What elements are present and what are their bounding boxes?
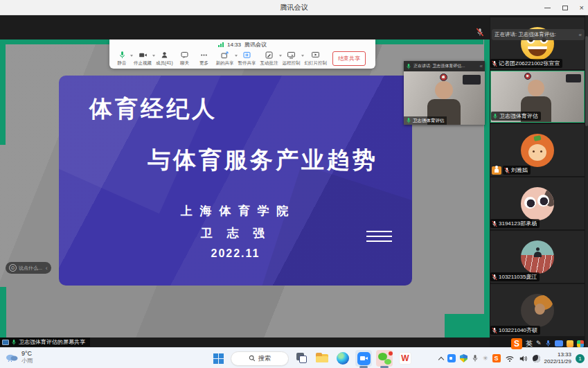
annotate-button[interactable]: 互动批注 xyxy=(259,51,280,67)
participant-label: 卫志强体育评估 xyxy=(491,112,541,121)
skin-palette-icon[interactable] xyxy=(567,340,573,347)
person-head xyxy=(528,80,544,96)
collapse-arrows-icon[interactable]: « xyxy=(579,32,582,38)
new-share-button[interactable]: 新的共享 xyxy=(215,51,235,67)
slide-author: 卫 志 强 xyxy=(59,225,412,241)
slide-lines-decor xyxy=(366,231,392,245)
security-shield-icon[interactable] xyxy=(460,354,467,362)
tray-ime-icon[interactable]: ✳ xyxy=(483,356,488,362)
pause-icon xyxy=(242,51,251,60)
slide-control-button[interactable]: 幻灯片控制 xyxy=(303,51,329,67)
sogou-logo-icon[interactable]: S xyxy=(511,338,522,349)
slideshow-icon xyxy=(311,51,320,60)
end-share-button[interactable]: 结束共享 xyxy=(332,51,366,66)
chat-placeholder[interactable]: 说点什么... xyxy=(19,265,42,272)
participant-tile-active-speaker[interactable]: 卫志强体育评估 xyxy=(490,71,585,123)
restore-icon[interactable] xyxy=(562,6,568,10)
edge-browser-button[interactable] xyxy=(335,350,351,367)
participant-label: 103211035庞江 xyxy=(490,272,540,281)
speaker-video-feed: 卫志强体育评估 xyxy=(404,71,485,125)
person-head xyxy=(435,81,453,99)
participant-tile[interactable]: 记者团Z06221002张宣宣 xyxy=(490,17,585,69)
weather-widget[interactable]: 9°C 小雨 xyxy=(5,350,33,364)
ime-mode-indicator[interactable]: 英 xyxy=(526,339,533,349)
task-view-button[interactable] xyxy=(293,350,310,367)
new-share-label: 新的共享 xyxy=(216,60,234,67)
tencent-meeting-icon xyxy=(357,352,371,365)
voice-input-icon[interactable] xyxy=(545,340,551,347)
participant-name: 3194123邵承杨 xyxy=(499,220,537,227)
wechat-icon xyxy=(378,353,391,365)
volume-icon[interactable] xyxy=(519,355,528,362)
wechat-button[interactable] xyxy=(376,350,393,367)
taskbar-search[interactable]: 搜索 xyxy=(231,351,289,366)
members-button[interactable]: 成员(41) xyxy=(154,51,175,67)
chat-button[interactable]: 聊天 xyxy=(176,51,194,67)
mic-active-icon xyxy=(492,113,498,120)
night-mode-icon[interactable] xyxy=(533,355,540,362)
slide-title-line1: 体育经纪人 xyxy=(89,94,217,125)
participant-tile[interactable]: 103211035庞江 xyxy=(490,231,585,283)
slide-title-line2: 与体育服务产业趋势 xyxy=(148,145,378,176)
remote-control-label: 远程控制 xyxy=(283,60,301,67)
remote-control-button[interactable]: 远程控制 xyxy=(281,51,302,67)
close-icon[interactable]: × xyxy=(580,4,584,12)
sidebar-scrollbar[interactable] xyxy=(585,15,588,347)
meeting-statusbar: 14:33 腾讯会议 xyxy=(109,40,375,49)
floating-speaker-video[interactable]: 正在讲话: 卫志强体育评估... « 卫志强体育评估 xyxy=(404,61,485,125)
mic-active-icon xyxy=(406,117,411,124)
tray-expand-icon[interactable] xyxy=(438,356,444,362)
handwriting-icon[interactable]: ✎ xyxy=(536,340,542,347)
screen: 腾讯会议 × xyxy=(0,0,588,368)
participant-tile[interactable]: 3194123邵承杨 xyxy=(490,177,585,229)
quick-chat-pill[interactable]: ☺ 说点什么... ‹ xyxy=(6,262,51,274)
collapse-left-icon[interactable]: ‹ xyxy=(46,265,48,272)
presentation-slide: 体育经纪人 与体育服务产业趋势 上 海 体 育 学 院 卫 志 强 2022.1… xyxy=(59,76,412,286)
slide-date: 2022.11 xyxy=(59,247,412,260)
edge-icon xyxy=(337,352,349,365)
mute-button[interactable]: 静音 xyxy=(113,51,131,67)
search-icon xyxy=(249,355,256,362)
hand-raised-badge xyxy=(492,166,501,175)
keyboard-icon[interactable] xyxy=(555,340,563,347)
participant-label: 刘雅嫣 xyxy=(503,166,531,175)
slide-control-label: 幻灯片控制 xyxy=(305,60,328,67)
pause-share-label: 暂停共享 xyxy=(238,60,256,67)
pen-annotate-icon xyxy=(265,51,274,60)
stop-video-button[interactable]: 停止视频 xyxy=(132,51,153,67)
toolbox-icon[interactable] xyxy=(577,340,584,347)
wifi-icon[interactable] xyxy=(505,355,515,362)
wps-office-button[interactable]: W xyxy=(397,350,413,367)
meeting-main-area: 14:33 腾讯会议 静音 停止视频 xyxy=(0,15,490,347)
window-titlebar: 腾讯会议 × xyxy=(0,0,588,15)
more-button[interactable]: 更多 xyxy=(195,51,213,67)
emoji-face-icon[interactable]: ☺ xyxy=(9,264,17,272)
file-explorer-button[interactable] xyxy=(314,350,330,367)
collapse-arrows-icon[interactable]: « xyxy=(480,63,483,69)
tray-clock[interactable]: 13:33 2022/11/29 xyxy=(544,351,571,365)
desktop-accent xyxy=(0,40,6,145)
participant-name: 记者团Z06221002张宣宣 xyxy=(499,60,560,67)
participant-tile[interactable]: 刘雅嫣 xyxy=(490,124,585,176)
tray-meeting-icon[interactable] xyxy=(447,354,456,362)
person-icon xyxy=(160,51,169,60)
slide-organization: 上 海 体 育 学 院 xyxy=(59,203,412,219)
pause-share-button[interactable]: 暂停共享 xyxy=(237,51,258,67)
tray-mic-icon[interactable] xyxy=(472,354,479,362)
notification-count-badge[interactable]: 1 xyxy=(576,354,585,363)
desktop-accent xyxy=(484,40,490,338)
tencent-meeting-button[interactable] xyxy=(355,350,372,367)
background-logo xyxy=(524,73,531,80)
more-label: 更多 xyxy=(199,60,208,67)
meeting-toolbar: 14:33 腾讯会议 静音 停止视频 xyxy=(109,40,375,69)
windows-taskbar: 9°C 小雨 搜索 xyxy=(0,347,588,368)
remote-control-icon xyxy=(287,51,296,60)
participant-tile[interactable]: 103221040齐硕 xyxy=(490,284,585,336)
tray-sogou-icon[interactable]: S xyxy=(492,354,501,362)
start-button[interactable] xyxy=(210,350,226,367)
mic-muted-icon xyxy=(504,167,510,174)
weather-condition: 小雨 xyxy=(21,358,33,365)
background-tv xyxy=(566,74,581,82)
speaker-name-label: 卫志强体育评估 xyxy=(404,116,447,125)
minimize-icon[interactable] xyxy=(544,8,551,8)
